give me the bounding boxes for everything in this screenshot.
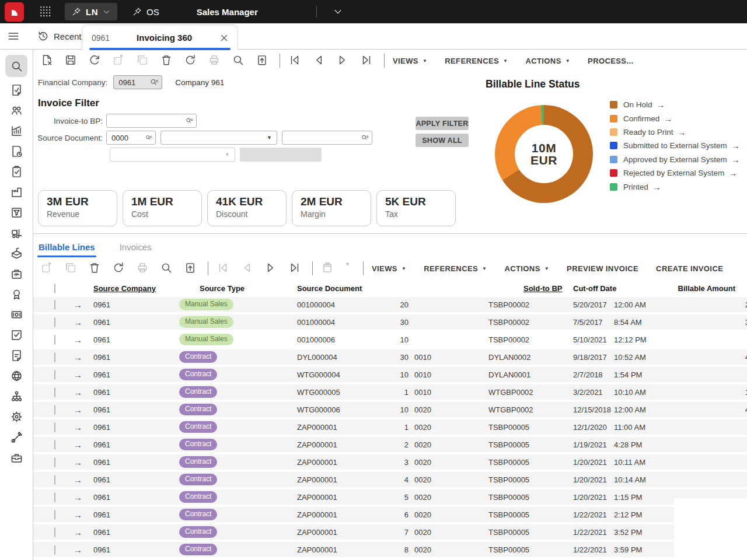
- col-sold-to-bp[interactable]: Sold-to BP: [483, 284, 567, 293]
- row-checkbox[interactable]: [54, 300, 55, 310]
- toolbar-button[interactable]: [88, 261, 102, 275]
- toolbar-button[interactable]: [64, 261, 78, 275]
- menu-hamburger-icon[interactable]: [7, 30, 20, 43]
- row-drill-arrow[interactable]: →: [71, 317, 88, 327]
- toolbar-button[interactable]: [160, 261, 174, 275]
- col-source-document[interactable]: Source Document: [282, 284, 483, 293]
- show-all-button[interactable]: SHOW ALL: [416, 134, 469, 147]
- source-number-input[interactable]: [287, 134, 361, 142]
- lookup-icon[interactable]: [185, 116, 194, 126]
- toolbar-button[interactable]: [160, 54, 174, 68]
- toolbar-button[interactable]: [64, 54, 78, 68]
- col-billable-amount[interactable]: Billable Amount: [652, 284, 747, 293]
- financial-company-field[interactable]: 0961: [113, 75, 162, 89]
- toolbar-button[interactable]: [112, 54, 126, 68]
- kpi-card[interactable]: 5K EUR Tax: [376, 190, 456, 226]
- select-all-checkbox[interactable]: [54, 284, 55, 293]
- legend-drill-arrow[interactable]: →: [664, 114, 672, 124]
- close-icon[interactable]: [219, 33, 229, 43]
- table-row[interactable]: → 0961 Contract ZAP000001 4 0020 TSBP000…: [33, 472, 747, 487]
- nav-button[interactable]: [288, 54, 302, 68]
- row-drill-arrow[interactable]: →: [71, 387, 88, 397]
- nav-button[interactable]: [240, 261, 254, 275]
- row-drill-arrow[interactable]: →: [71, 370, 88, 380]
- row-checkbox[interactable]: [54, 405, 55, 415]
- toolbar-button[interactable]: [208, 54, 222, 68]
- row-checkbox[interactable]: [54, 545, 55, 555]
- sidebar-item[interactable]: [5, 348, 27, 363]
- donut-chart[interactable]: 10M EUR: [495, 105, 593, 203]
- toolbar-button[interactable]: [136, 54, 150, 68]
- paste-button[interactable]: [321, 261, 335, 275]
- table-row[interactable]: → 0961 Manual Sales 001000006 10 TSBP000…: [33, 332, 747, 347]
- panel-menu[interactable]: ACTIONS: [504, 264, 549, 273]
- sidebar-item[interactable]: [5, 450, 27, 465]
- legend-drill-arrow[interactable]: →: [731, 141, 740, 150]
- nav-button[interactable]: [312, 54, 326, 68]
- table-row[interactable]: → 0961 Manual Sales 001000004 30 TSBP000…: [33, 314, 747, 330]
- toolbar-button[interactable]: [40, 54, 54, 68]
- sidebar-item[interactable]: [5, 185, 27, 200]
- sidebar-item[interactable]: [5, 246, 27, 261]
- sidebar-item[interactable]: [5, 226, 27, 240]
- panel-menu[interactable]: PREVIEW INVOICE: [567, 264, 638, 273]
- legend-drill-arrow[interactable]: →: [731, 155, 740, 164]
- row-drill-arrow[interactable]: →: [71, 545, 88, 555]
- sidebar-item[interactable]: [5, 144, 27, 159]
- lookup-icon[interactable]: [149, 78, 159, 88]
- app-selector-os[interactable]: OS: [132, 7, 159, 17]
- row-drill-arrow[interactable]: →: [71, 335, 88, 345]
- paste-dropdown[interactable]: ▼: [345, 261, 353, 275]
- row-drill-arrow[interactable]: →: [71, 300, 88, 310]
- table-row[interactable]: → 0961 Contract ZAP000001 2 0020 TSBP000…: [33, 437, 747, 452]
- nav-button[interactable]: [217, 261, 231, 275]
- sidebar-item[interactable]: [5, 124, 27, 138]
- invoice-to-bp-input[interactable]: [111, 117, 185, 125]
- panel-tab[interactable]: Billable Lines: [39, 242, 95, 257]
- row-drill-arrow[interactable]: →: [71, 422, 88, 432]
- apply-filter-button[interactable]: APPLY FILTER: [416, 117, 469, 130]
- sidebar-item[interactable]: [5, 328, 27, 342]
- nav-button[interactable]: [360, 54, 374, 68]
- toolbar-button[interactable]: [136, 261, 150, 275]
- row-checkbox[interactable]: [54, 457, 55, 467]
- toolbar-button[interactable]: [184, 54, 198, 68]
- row-checkbox[interactable]: [54, 527, 55, 537]
- row-checkbox[interactable]: [54, 422, 55, 432]
- col-source-type[interactable]: Source Type: [165, 284, 282, 293]
- nav-button[interactable]: [288, 261, 302, 275]
- table-row[interactable]: → 0961 Contract ZAP000001 6 0020 TSBP000…: [33, 507, 747, 522]
- toolbar-button[interactable]: [112, 261, 126, 275]
- legend-drill-arrow[interactable]: →: [728, 168, 737, 178]
- sidebar-item[interactable]: [5, 164, 27, 179]
- row-drill-arrow[interactable]: →: [71, 492, 88, 502]
- toolbar-button[interactable]: [256, 54, 270, 68]
- sidebar-item[interactable]: [5, 83, 27, 97]
- row-checkbox[interactable]: [54, 387, 55, 397]
- invoice-to-bp-field[interactable]: [106, 114, 197, 128]
- source-document-input[interactable]: [111, 134, 145, 142]
- toolbar-menu[interactable]: ACTIONS: [525, 57, 570, 65]
- table-row[interactable]: → 0961 Contract ZAP000001 3 0020 TSBP000…: [33, 454, 747, 470]
- panel-menu[interactable]: CREATE INVOICE: [656, 264, 723, 273]
- table-row[interactable]: → 0961 Contract DYL000004 30 0010 DYLAN0…: [33, 349, 747, 365]
- toolbar-button[interactable]: [232, 54, 246, 68]
- toolbar-menu[interactable]: VIEWS: [393, 57, 427, 65]
- source-number-field[interactable]: [282, 131, 372, 145]
- app-selector-ln[interactable]: LN: [65, 3, 117, 20]
- toolbar-menu[interactable]: PROCESS...: [588, 57, 633, 65]
- toolbar-menu[interactable]: REFERENCES: [445, 57, 508, 65]
- table-row[interactable]: → 0961 Contract WTG000005 1 0010 WTGBP00…: [33, 384, 747, 400]
- row-checkbox[interactable]: [54, 335, 55, 345]
- panel-menu[interactable]: REFERENCES: [424, 264, 487, 273]
- sidebar-item[interactable]: [5, 369, 27, 383]
- sidebar-item[interactable]: [5, 267, 27, 281]
- lookup-icon[interactable]: [145, 133, 153, 143]
- toolbar-button[interactable]: [184, 261, 198, 275]
- sidebar-item[interactable]: [5, 307, 27, 322]
- table-row[interactable]: → 0961 Contract ZAP000001 5 0020 TSBP000…: [33, 489, 747, 505]
- row-checkbox[interactable]: [54, 475, 55, 485]
- legend-drill-arrow[interactable]: →: [678, 127, 686, 137]
- kpi-card[interactable]: 2M EUR Margin: [292, 190, 371, 226]
- row-drill-arrow[interactable]: →: [71, 527, 88, 537]
